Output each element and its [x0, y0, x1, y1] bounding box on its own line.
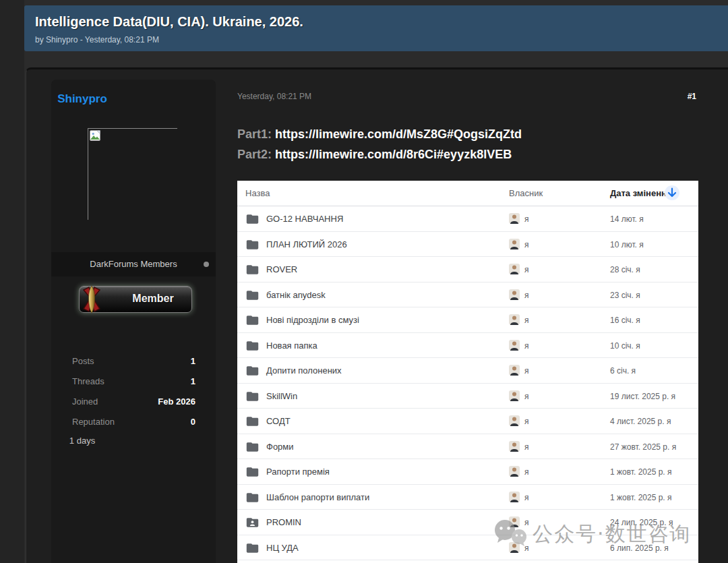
owner-label: я	[524, 214, 529, 224]
post-timestamp: Yesterday, 08:21 PM	[237, 92, 311, 101]
owner-avatar	[509, 213, 520, 224]
column-header-modified[interactable]: Дата змінення	[610, 188, 671, 198]
owner-avatar	[509, 492, 520, 502]
table-row[interactable]: SkillWin я 19 лист. 2025 р. я	[237, 384, 698, 409]
download-link-line: Part1: https://limewire.com/d/MsZ8G#Qogs…	[237, 127, 522, 148]
owner-avatar	[509, 415, 520, 426]
owner-avatar	[509, 390, 520, 401]
table-row[interactable]: ROVER я 28 січ. я	[237, 257, 698, 283]
table-row[interactable]: Допити полонених я 6 січ. я	[237, 358, 698, 384]
page-left-margin	[0, 0, 24, 563]
modified-date: 1 жовт. 2025 р. я	[610, 493, 672, 502]
download-link-line: Part2: https://limewire.com/d/8r6Ci#eyyz…	[237, 148, 522, 168]
table-row[interactable]: Рапорти премія я 1 жовт. 2025 р. я	[237, 459, 698, 485]
post-number-link[interactable]: #1	[688, 92, 696, 101]
modified-date: 6 лип. 2025 р. я	[610, 543, 669, 553]
owner-label: я	[524, 291, 529, 300]
modified-date: 10 лют. я	[610, 240, 644, 249]
owner-label: я	[524, 493, 529, 502]
table-row[interactable]: батнік anydesk я 23 січ. я	[237, 283, 698, 308]
owner-avatar	[509, 441, 520, 452]
owner-label: я	[524, 518, 529, 527]
file-name: GO-12 НАВЧАННЯ	[266, 214, 343, 224]
badge-emblem-icon	[75, 283, 108, 316]
file-name: Новая папка	[266, 340, 317, 351]
limewire-link[interactable]: https://limewire.com/d/MsZ8G#QogsiZqZtd	[275, 127, 522, 141]
modified-date: 28 січ. я	[610, 265, 640, 274]
folder-icon	[246, 289, 259, 301]
thread-title: Intelligence Data(DIU, CIA). Ukraine, 20…	[35, 14, 303, 30]
table-row[interactable]: PROMIN я 24 лип. 2025 р. я	[237, 510, 698, 535]
modified-date: 16 січ. я	[610, 316, 640, 325]
folder-icon	[246, 238, 259, 251]
stat-row: Posts 1	[65, 352, 202, 372]
modified-date: 23 січ. я	[610, 291, 640, 300]
owner-avatar	[509, 516, 520, 527]
author-stats: Posts 1 Threads 1 Joined Feb 2026 Reputa…	[65, 352, 202, 433]
shared-folder-icon	[246, 516, 259, 529]
sort-direction-button[interactable]	[665, 185, 679, 200]
thread-banner: Intelligence Data(DIU, CIA). Ukraine, 20…	[24, 5, 728, 51]
file-name: Рапорти премія	[266, 467, 330, 477]
stat-label: Joined	[72, 396, 98, 407]
thread-byline: by Shinypro - Yesterday, 08:21 PM	[35, 35, 159, 45]
table-row[interactable]: Новая папка я 10 січ. я	[237, 333, 698, 359]
member-badge-label: Member	[115, 293, 191, 305]
file-name: батнік anydesk	[266, 290, 326, 300]
owner-avatar	[509, 289, 520, 300]
file-name: ПЛАН ЛЮТИЙ 2026	[266, 239, 347, 249]
member-group-badge[interactable]: Member	[79, 286, 192, 313]
folder-icon	[246, 440, 259, 453]
modified-date: 19 лист. 2025 р. я	[610, 392, 675, 401]
table-row[interactable]: GO-12 НАВЧАННЯ я 14 лют. я	[237, 206, 698, 232]
stat-value: 1	[191, 356, 195, 366]
owner-label: я	[524, 265, 529, 274]
folder-icon	[246, 212, 259, 225]
owner-label: я	[524, 366, 529, 376]
owner-avatar	[509, 466, 520, 477]
table-row[interactable]: СОДТ я 4 лист. 2025 р. я	[237, 409, 698, 434]
folder-icon	[246, 415, 259, 427]
file-name: PROMIN	[266, 517, 301, 527]
file-name: ROVER	[266, 264, 297, 274]
column-header-name[interactable]: Назва	[245, 188, 270, 198]
file-name: НЦ УДА	[266, 543, 299, 553]
usergroup-label: DarkForums Members	[51, 259, 216, 269]
owner-avatar	[509, 365, 520, 376]
modified-date: 14 лют. я	[610, 214, 644, 224]
stat-label: Reputation	[72, 417, 115, 427]
file-name: СОДТ	[266, 416, 291, 426]
table-row[interactable]: ПЛАН ЛЮТИЙ 2026 я 10 лют. я	[237, 232, 698, 258]
modified-date: 6 січ. я	[610, 366, 636, 376]
table-header-row: Назва Власник Дата змінення	[237, 181, 698, 206]
modified-date: 1 жовт. 2025 р. я	[610, 467, 672, 477]
stat-row: Joined Feb 2026	[65, 392, 202, 413]
owner-label: я	[524, 467, 529, 477]
stat-value: Feb 2026	[158, 396, 195, 407]
owner-avatar	[509, 314, 520, 325]
arrow-down-icon	[665, 185, 679, 200]
folder-icon	[246, 263, 259, 276]
table-row[interactable]: Нові підрозділи в смузі я 16 січ. я	[237, 307, 698, 333]
table-row[interactable]: Плани Рапорти Звіти я 16 трав. 2025 р. я	[237, 560, 698, 563]
owner-avatar	[509, 239, 520, 249]
stat-label: Threads	[72, 376, 104, 386]
folder-icon	[246, 339, 259, 352]
modified-date: 27 жовт. 2025 р. я	[610, 442, 676, 452]
file-name: Шаблон рапорти виплати	[266, 492, 369, 502]
table-row[interactable]: НЦ УДА я 6 лип. 2025 р. я	[237, 535, 698, 561]
usergroup-dot-icon	[204, 262, 209, 267]
table-row[interactable]: Шаблон рапорти виплати я 1 жовт. 2025 р.…	[237, 485, 698, 510]
limewire-link[interactable]: https://limewire.com/d/8r6Ci#eyyzk8lVEB	[275, 148, 512, 161]
column-header-owner[interactable]: Власник	[509, 188, 543, 198]
download-links: Part1: https://limewire.com/d/MsZ8G#Qogs…	[237, 127, 522, 168]
file-name: Нові підрозділи в смузі	[266, 315, 359, 325]
modified-date: 4 лист. 2025 р. я	[610, 417, 671, 426]
stat-value: 0	[191, 417, 195, 427]
author-username-link[interactable]: Shinypro	[0, 92, 164, 106]
owner-label: я	[524, 316, 529, 325]
link-part-label: Part2:	[237, 148, 272, 161]
online-time: 1 days	[0, 436, 164, 446]
folder-icon	[246, 465, 259, 478]
table-row[interactable]: Форми я 27 жовт. 2025 р. я	[237, 434, 698, 460]
